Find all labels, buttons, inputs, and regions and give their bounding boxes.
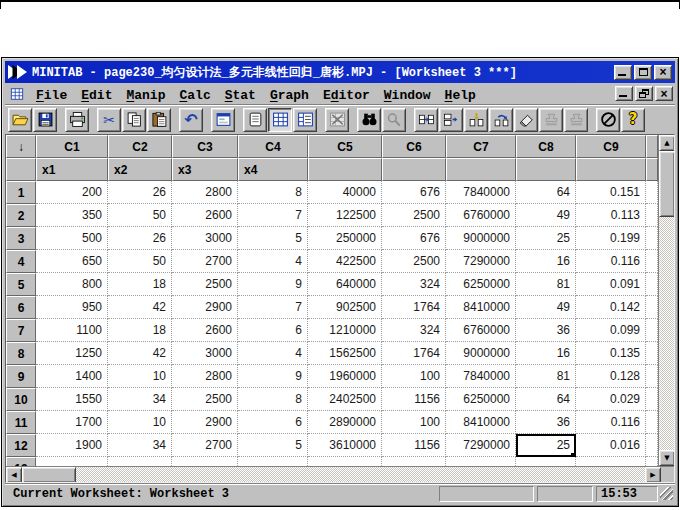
cell-C9-r1[interactable]: 0.151 <box>576 181 646 204</box>
column-header-C7[interactable]: C7 <box>446 135 516 158</box>
cell-C5-r1[interactable]: 40000 <box>308 181 382 204</box>
undo-button[interactable]: ↶ <box>179 108 203 132</box>
cell-C7-r1[interactable]: 7840000 <box>446 181 516 204</box>
cell-C9-r9[interactable]: 0.128 <box>576 365 646 388</box>
cell-C2-r1[interactable]: 26 <box>108 181 172 204</box>
column-header-C1[interactable]: C1 <box>36 135 108 158</box>
data-window-button[interactable] <box>268 108 292 132</box>
cell-C2-r7[interactable]: 18 <box>108 319 172 342</box>
cell-C6-r11[interactable]: 100 <box>382 411 446 434</box>
menu-stat[interactable]: Stat <box>218 86 263 105</box>
cell-partial-r2[interactable] <box>646 204 658 227</box>
cell-C1-r13[interactable] <box>36 457 108 466</box>
column-header-C5[interactable]: C5 <box>308 135 382 158</box>
cell-partial-r13[interactable] <box>646 457 658 466</box>
menu-editor[interactable]: Editor <box>316 86 377 105</box>
cell-C2-r9[interactable]: 10 <box>108 365 172 388</box>
cell-C5-r11[interactable]: 2890000 <box>308 411 382 434</box>
cell-C2-r13[interactable] <box>108 457 172 466</box>
worksheet-mdi-icon[interactable] <box>9 87 25 101</box>
session-window-button[interactable] <box>243 108 267 132</box>
info-window-button[interactable] <box>293 108 317 132</box>
menu-graph[interactable]: Graph <box>263 86 316 105</box>
cell-C6-r7[interactable]: 324 <box>382 319 446 342</box>
cut-button[interactable]: ✂ <box>97 108 121 132</box>
maximize-button[interactable] <box>634 65 652 80</box>
cell-C1-r11[interactable]: 1700 <box>36 411 108 434</box>
cell-C1-r8[interactable]: 1250 <box>36 342 108 365</box>
row-header-1[interactable]: 1 <box>6 181 36 204</box>
cell-C7-r5[interactable]: 6250000 <box>446 273 516 296</box>
cell-C3-r9[interactable]: 2800 <box>172 365 238 388</box>
cell-C5-r4[interactable]: 422500 <box>308 250 382 273</box>
cell-C8-r3[interactable]: 25 <box>516 227 576 250</box>
horizontal-scroll-thumb[interactable] <box>22 467 76 483</box>
column-header-partial[interactable] <box>646 135 658 158</box>
cell-partial-r3[interactable] <box>646 227 658 250</box>
menu-window[interactable]: Window <box>377 86 438 105</box>
cell-C3-r1[interactable]: 2800 <box>172 181 238 204</box>
cell-C3-r11[interactable]: 2900 <box>172 411 238 434</box>
cell-C9-r12[interactable]: 0.016 <box>576 434 646 457</box>
column-header-C9[interactable]: C9 <box>576 135 646 158</box>
select-all-corner[interactable]: ↓ <box>6 135 36 158</box>
mdi-close-button[interactable]: × <box>655 86 673 101</box>
cell-C8-r10[interactable]: 64 <box>516 388 576 411</box>
insert-cells-button[interactable] <box>414 108 438 132</box>
edit-last-dialog-button[interactable] <box>211 108 235 132</box>
cell-C3-r10[interactable]: 2500 <box>172 388 238 411</box>
cell-C9-r3[interactable]: 0.199 <box>576 227 646 250</box>
row-header-5[interactable]: 5 <box>6 273 36 296</box>
cell-C1-r2[interactable]: 350 <box>36 204 108 227</box>
cell-C7-r6[interactable]: 8410000 <box>446 296 516 319</box>
row-header-3[interactable]: 3 <box>6 227 36 250</box>
cell-C4-r7[interactable]: 6 <box>238 319 308 342</box>
cell-C7-r10[interactable]: 6250000 <box>446 388 516 411</box>
minimize-button[interactable] <box>614 65 632 80</box>
cell-partial-r6[interactable] <box>646 296 658 319</box>
cell-C4-r10[interactable]: 8 <box>238 388 308 411</box>
cell-C2-r10[interactable]: 34 <box>108 388 172 411</box>
cell-C7-r4[interactable]: 7290000 <box>446 250 516 273</box>
cell-C6-r8[interactable]: 1764 <box>382 342 446 365</box>
cell-C2-r6[interactable]: 42 <box>108 296 172 319</box>
insert-rows-button[interactable] <box>439 108 463 132</box>
scroll-up-button[interactable]: ▲ <box>659 135 674 151</box>
cell-C8-r5[interactable]: 81 <box>516 273 576 296</box>
cell-C7-r3[interactable]: 9000000 <box>446 227 516 250</box>
cell-C5-r7[interactable]: 1210000 <box>308 319 382 342</box>
cell-C9-r8[interactable]: 0.135 <box>576 342 646 365</box>
row-header-9[interactable]: 9 <box>6 365 36 388</box>
menu-help[interactable]: Help <box>438 86 483 105</box>
variable-name-C6[interactable] <box>382 158 446 181</box>
cell-C5-r5[interactable]: 640000 <box>308 273 382 296</box>
cell-C5-r6[interactable]: 902500 <box>308 296 382 319</box>
column-header-C8[interactable]: C8 <box>516 135 576 158</box>
print-window-button[interactable] <box>65 108 89 132</box>
cell-C2-r2[interactable]: 50 <box>108 204 172 227</box>
variable-name-C4[interactable]: x4 <box>238 158 308 181</box>
cell-C6-r13[interactable] <box>382 457 446 466</box>
mdi-minimize-button[interactable] <box>615 86 633 101</box>
column-header-C3[interactable]: C3 <box>172 135 238 158</box>
cell-C7-r9[interactable]: 7840000 <box>446 365 516 388</box>
find-button[interactable] <box>357 108 381 132</box>
cell-C1-r12[interactable]: 1900 <box>36 434 108 457</box>
cancel-button[interactable] <box>596 108 620 132</box>
row-header-12[interactable]: 12 <box>6 434 36 457</box>
cell-C9-r13[interactable] <box>576 457 646 466</box>
cell-partial-r4[interactable] <box>646 250 658 273</box>
cell-C4-r1[interactable]: 8 <box>238 181 308 204</box>
cell-C2-r12[interactable]: 34 <box>108 434 172 457</box>
cell-C2-r11[interactable]: 10 <box>108 411 172 434</box>
cell-C8-r2[interactable]: 49 <box>516 204 576 227</box>
horizontal-scroll-track[interactable] <box>76 467 645 482</box>
row-header-10[interactable]: 10 <box>6 388 36 411</box>
cell-C1-r7[interactable]: 1100 <box>36 319 108 342</box>
cell-C4-r11[interactable]: 6 <box>238 411 308 434</box>
variable-name-C5[interactable] <box>308 158 382 181</box>
cell-C7-r2[interactable]: 6760000 <box>446 204 516 227</box>
cell-C4-r3[interactable]: 5 <box>238 227 308 250</box>
cell-C8-r9[interactable]: 81 <box>516 365 576 388</box>
row-header-11[interactable]: 11 <box>6 411 36 434</box>
